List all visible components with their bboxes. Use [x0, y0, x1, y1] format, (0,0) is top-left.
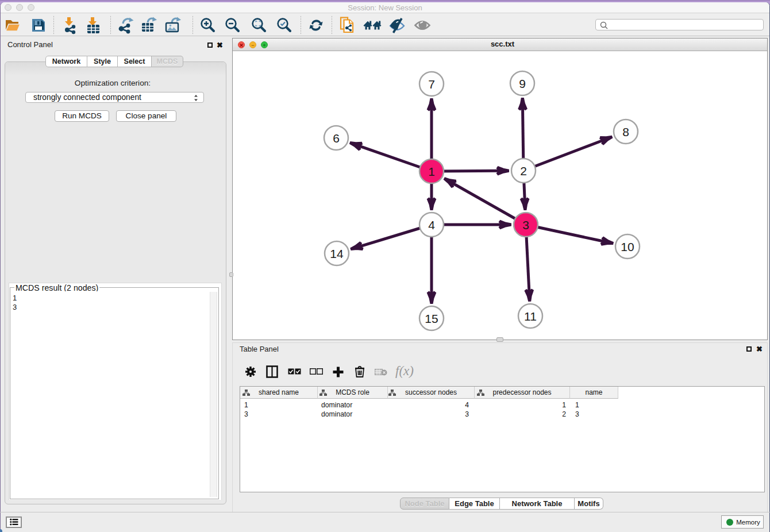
svg-text:2: 2: [520, 164, 527, 178]
svg-text:1: 1: [428, 165, 435, 178]
svg-text:11: 11: [524, 310, 537, 323]
svg-text:15: 15: [425, 312, 438, 325]
svg-text:3: 3: [522, 218, 529, 232]
svg-text:6: 6: [333, 132, 340, 145]
svg-text:7: 7: [428, 78, 435, 91]
svg-text:10: 10: [621, 240, 634, 253]
svg-text:4: 4: [428, 218, 435, 232]
svg-text:8: 8: [622, 125, 629, 138]
svg-text:14: 14: [330, 247, 344, 260]
svg-text:9: 9: [519, 77, 526, 90]
